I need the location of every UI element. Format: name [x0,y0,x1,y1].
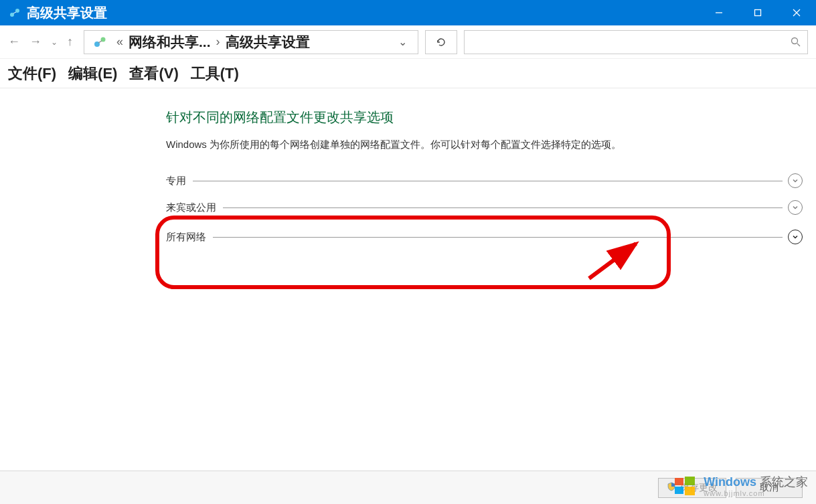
section-divider [213,237,783,238]
window-title: 高级共享设置 [27,4,107,22]
refresh-button[interactable] [425,30,457,54]
titlebar-left: 高级共享设置 [0,4,107,22]
breadcrumb-current[interactable]: 高级共享设置 [226,33,310,52]
windows-logo-icon [673,475,697,499]
watermark-brand-cn: 系统之家 [760,475,808,489]
svg-line-2 [13,12,16,13]
networking-icon [9,7,20,18]
breadcrumb-sep: › [216,35,220,49]
address-bar[interactable]: « 网络和共享... › 高级共享设置 ⌄ [84,30,418,54]
section-divider [223,207,783,208]
chevron-down-icon[interactable] [788,173,803,188]
breadcrumb-sep: « [116,35,123,49]
menu-file[interactable]: 文件(F) [8,64,56,84]
search-input[interactable] [464,30,808,54]
section-private[interactable]: 专用 [166,167,803,194]
section-all-networks[interactable]: 所有网络 [166,224,803,250]
search-icon [791,37,801,47]
svg-line-9 [98,41,102,43]
section-label: 专用 [166,175,193,187]
nav-arrows: ← → ⌄ ↑ [8,35,77,49]
close-button[interactable] [777,0,816,25]
section-label: 来宾或公用 [166,201,223,214]
back-button[interactable]: ← [8,35,20,49]
menu-tools[interactable]: 工具(T) [191,64,239,84]
minimize-button[interactable] [700,0,738,25]
section-guest-public[interactable]: 来宾或公用 [166,194,803,221]
svg-line-11 [797,44,800,46]
svg-point-10 [792,38,798,44]
page-description: Windows 为你所使用的每个网络创建单独的网络配置文件。你可以针对每个配置文… [166,139,803,151]
svg-rect-15 [675,487,683,494]
watermark-brand: Windows [704,475,756,489]
recent-dropdown[interactable]: ⌄ [51,37,58,47]
svg-rect-14 [685,477,695,485]
maximize-button[interactable] [738,0,777,25]
menu-edit[interactable]: 编辑(E) [68,64,117,84]
chevron-down-icon[interactable] [788,200,803,215]
section-label: 所有网络 [166,231,213,244]
source-watermark: Windows 系统之家 www.bjjmlv.com [673,475,808,499]
up-button[interactable]: ↑ [67,35,73,49]
forward-button[interactable]: → [29,35,42,49]
svg-rect-13 [675,478,683,485]
window-controls [700,0,816,25]
breadcrumb-dropdown-icon[interactable]: ⌄ [392,35,414,48]
watermark-url: www.bjjmlv.com [704,489,808,497]
page-heading: 针对不同的网络配置文件更改共享选项 [166,108,803,127]
svg-rect-16 [685,487,695,495]
menu-bar: 文件(F) 编辑(E) 查看(V) 工具(T) [0,59,816,88]
navigation-row: ← → ⌄ ↑ « 网络和共享... › 高级共享设置 ⌄ [0,25,816,59]
content-area: 针对不同的网络配置文件更改共享选项 Windows 为你所使用的每个网络创建单独… [0,88,816,250]
titlebar: 高级共享设置 [0,0,816,25]
menu-view[interactable]: 查看(V) [129,64,178,84]
networking-icon [92,35,107,50]
section-divider [193,181,783,181]
breadcrumb-parent[interactable]: 网络和共享... [129,33,211,52]
chevron-down-icon[interactable] [788,230,803,244]
svg-rect-4 [755,10,761,16]
